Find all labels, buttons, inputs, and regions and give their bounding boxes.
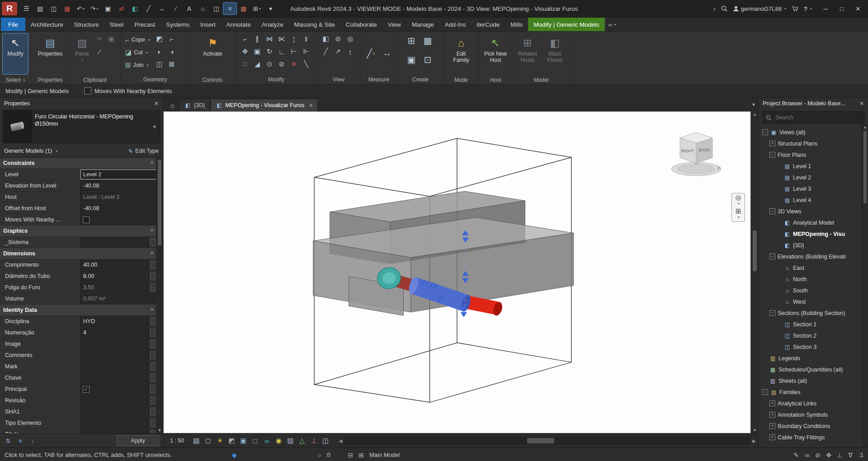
temporary-view-properties-icon[interactable]: ▨ bbox=[285, 435, 296, 446]
tab-list-caret-icon[interactable]: ▼ bbox=[751, 102, 756, 107]
collapse-chevron-icon[interactable]: ^ bbox=[151, 161, 153, 166]
canvas-horizontal-scrollbar[interactable]: ◀ ▶ bbox=[336, 434, 758, 447]
crop-view-icon[interactable]: ▣ bbox=[238, 435, 249, 446]
collapse-chevron-icon[interactable]: ^ bbox=[151, 308, 153, 313]
paint-icon[interactable]: ◐ bbox=[154, 46, 165, 57]
tree-item-views-all-[interactable]: −▣Views (all) bbox=[759, 127, 862, 138]
tree-item-boundary-conditions[interactable]: +Boundary Conditions bbox=[759, 420, 862, 432]
associate-parameter-button[interactable] bbox=[150, 283, 156, 292]
mirror-draw-axis-icon[interactable]: ⋉ bbox=[276, 33, 287, 44]
associate-parameter-button[interactable] bbox=[150, 385, 156, 393]
associate-parameter-button[interactable] bbox=[150, 419, 156, 427]
tree-item-south[interactable]: ⌂South bbox=[759, 285, 862, 296]
navigation-wheel-icon[interactable]: ◎▾ bbox=[733, 195, 743, 207]
apply-button[interactable]: Apply bbox=[117, 435, 159, 446]
join-button[interactable]: ⊞Join▾ bbox=[123, 59, 152, 71]
tree-item-west[interactable]: ⌂West bbox=[759, 296, 862, 307]
view-tab-mepopening-visualizar-furos[interactable]: ◧MEPOpening - Visualizar Furos✕ bbox=[211, 99, 318, 111]
scale-icon[interactable]: ◢ bbox=[252, 59, 263, 70]
tree-expander-plus-icon[interactable]: + bbox=[769, 434, 775, 440]
insert-views-icon[interactable]: ◧ bbox=[128, 3, 142, 14]
collapse-chevron-icon[interactable]: ^ bbox=[151, 251, 153, 256]
associate-parameter-button[interactable] bbox=[150, 374, 156, 382]
tree-item-level-2[interactable]: ▤Level 2 bbox=[759, 172, 862, 183]
ribbon-collapse-icon[interactable]: ‹ bbox=[713, 5, 715, 12]
open-icon[interactable]: ▤ bbox=[33, 3, 47, 14]
property-value[interactable] bbox=[80, 418, 149, 428]
properties-close-icon[interactable]: ✕ bbox=[154, 100, 159, 107]
tree-item-east[interactable]: ⌂East bbox=[759, 262, 862, 273]
property-value[interactable]: 4 bbox=[80, 328, 149, 338]
associate-parameter-button[interactable] bbox=[150, 238, 156, 246]
tree-item-section-2[interactable]: ◫Section 2 bbox=[759, 330, 862, 341]
ribbon-tab-add-ins[interactable]: Add-Ins bbox=[439, 18, 472, 31]
move-icon[interactable]: ✥ bbox=[240, 46, 250, 57]
property-value[interactable] bbox=[80, 350, 149, 360]
shadows-icon[interactable]: ◩ bbox=[226, 435, 237, 446]
property-value[interactable]: Level 2 bbox=[80, 169, 156, 179]
file-menu-icon[interactable]: ☰ bbox=[20, 3, 33, 14]
property-value[interactable] bbox=[80, 362, 149, 372]
show-crop-icon[interactable]: □ bbox=[250, 435, 260, 446]
editable-only-icon[interactable]: ✎ bbox=[792, 452, 801, 459]
match-line-icon[interactable]: ╲ bbox=[301, 59, 311, 70]
rotate-icon[interactable]: ↻ bbox=[264, 46, 275, 57]
sort-parameters-icon[interactable]: ⇅ bbox=[4, 436, 13, 445]
browser-search-box[interactable] bbox=[762, 111, 864, 124]
property-value[interactable]: -40.08 bbox=[80, 181, 156, 191]
associate-parameter-button[interactable] bbox=[150, 351, 156, 359]
cut-icon[interactable]: ✂ bbox=[94, 33, 105, 44]
browser-scrollbar[interactable]: ▲ bbox=[862, 124, 868, 447]
associate-parameter-button[interactable] bbox=[150, 340, 156, 348]
switch-windows-icon[interactable]: ⊞▾ bbox=[250, 3, 264, 14]
property-group-header[interactable]: Graphics^ bbox=[0, 226, 156, 237]
3d-model-scene[interactable]: 27.00 bbox=[164, 112, 750, 433]
transfer-standards-icon[interactable]: ⇄ bbox=[115, 3, 128, 14]
associate-parameter-button[interactable] bbox=[150, 272, 156, 280]
modify-button[interactable]: ↖ Modify bbox=[3, 33, 28, 74]
aligned-dimension-icon[interactable]: ↔ bbox=[156, 3, 169, 14]
create-similar-icon[interactable]: ▣ bbox=[404, 52, 419, 67]
cut-button[interactable]: ◪Cut▾ bbox=[123, 46, 152, 59]
ribbon-tab-structure[interactable]: Structure bbox=[69, 18, 104, 31]
home-view-icon[interactable]: ⌂ bbox=[166, 100, 179, 111]
cope-button[interactable]: ⌐Cope▾ bbox=[123, 33, 152, 46]
moves-with-nearby-checkbox[interactable]: Moves With Nearby Elements bbox=[84, 87, 172, 94]
active-workset-label[interactable]: Main Model bbox=[369, 452, 400, 458]
properties-scroll-down-icon[interactable]: ▼ bbox=[158, 427, 162, 433]
undo-icon[interactable]: ↶▾ bbox=[74, 3, 87, 14]
view-range-icon[interactable]: ↕ bbox=[345, 46, 356, 57]
measure-icon[interactable]: ╱ bbox=[142, 3, 155, 14]
ribbon-tab-itercode[interactable]: iterCode bbox=[471, 18, 505, 31]
override-graphics-icon[interactable]: ◧ bbox=[321, 33, 331, 44]
store-cart-icon[interactable] bbox=[792, 5, 798, 12]
tree-expander-minus-icon[interactable]: − bbox=[762, 129, 768, 135]
hide-in-view-icon[interactable]: ⊘ bbox=[333, 33, 344, 44]
mass-floors-button[interactable]: ◧ Mass Floors bbox=[542, 33, 568, 74]
scroll-up-icon[interactable]: ▲ bbox=[753, 111, 757, 118]
displace-elements-icon[interactable]: ↗ bbox=[333, 46, 344, 57]
tree-expander-plus-icon[interactable]: + bbox=[769, 141, 775, 146]
tree-expander-minus-icon[interactable]: − bbox=[762, 389, 768, 395]
demolish-icon[interactable]: ⊠ bbox=[166, 59, 177, 70]
property-value[interactable] bbox=[80, 373, 149, 383]
background-processes[interactable]: ○ :0 bbox=[315, 452, 330, 459]
tree-item-north[interactable]: ⌂North bbox=[759, 273, 862, 285]
drawing-area[interactable]: 27.00 bbox=[163, 111, 751, 433]
category-label[interactable]: Generic Models (1) bbox=[4, 148, 52, 154]
property-value[interactable] bbox=[80, 429, 149, 433]
tree-item-sheets-all-[interactable]: ▧Sheets (all) bbox=[759, 375, 862, 386]
ribbon-tab-view[interactable]: View bbox=[382, 18, 406, 31]
tree-item-level-3[interactable]: ▤Level 3 bbox=[759, 183, 862, 194]
scroll-down-icon[interactable]: ▼ bbox=[753, 427, 757, 433]
copy-icon[interactable]: ▣ bbox=[252, 46, 263, 57]
reveal-hidden-elements-icon[interactable]: ◉ bbox=[273, 435, 284, 446]
view-tab--3d-[interactable]: ◧{3D} bbox=[179, 99, 210, 111]
tree-item-families[interactable]: −▨Families bbox=[759, 386, 862, 398]
tree-expander-minus-icon[interactable]: − bbox=[769, 254, 775, 259]
tree-item-analytical-model[interactable]: ◧Analytical Model bbox=[759, 217, 862, 228]
tree-item-floor-plans[interactable]: −Floor Plans bbox=[759, 149, 862, 160]
search-icon[interactable] bbox=[721, 5, 727, 12]
design-options-icon[interactable]: ⊞ bbox=[357, 452, 366, 459]
associate-parameter-button[interactable] bbox=[150, 362, 156, 371]
